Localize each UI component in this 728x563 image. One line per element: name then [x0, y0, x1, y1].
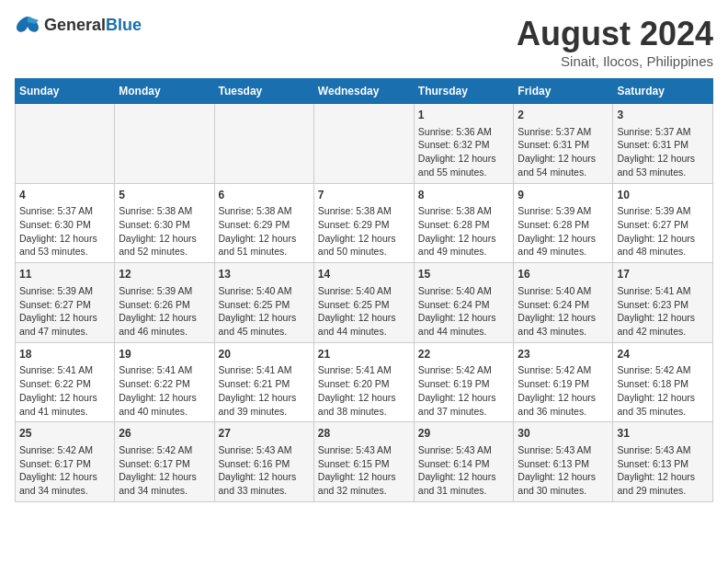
- day-number: 30: [518, 426, 609, 442]
- logo-general: General: [44, 16, 106, 34]
- sunrise-text: Sunrise: 5:43 AM: [617, 443, 709, 457]
- day-number: 23: [518, 347, 609, 362]
- sunset-text: Sunset: 6:13 PM: [617, 457, 709, 471]
- day-cell: 4Sunrise: 5:37 AMSunset: 6:30 PMDaylight…: [16, 183, 115, 263]
- day-number: 17: [617, 267, 709, 282]
- day-cell: 21Sunrise: 5:41 AMSunset: 6:20 PMDayligh…: [313, 342, 414, 422]
- daylight-text: Daylight: 12 hours and 51 minutes.: [219, 232, 310, 259]
- day-number: 12: [119, 267, 210, 282]
- daylight-text: Daylight: 12 hours and 41 minutes.: [19, 391, 110, 418]
- daylight-text: Daylight: 12 hours and 42 minutes.: [617, 311, 709, 338]
- sunrise-text: Sunrise: 5:41 AM: [119, 363, 210, 377]
- day-cell: 26Sunrise: 5:42 AMSunset: 6:17 PMDayligh…: [115, 422, 214, 502]
- sub-title: Sinait, Ilocos, Philippines: [517, 53, 713, 69]
- sunset-text: Sunset: 6:28 PM: [418, 218, 510, 232]
- day-cell: 10Sunrise: 5:39 AMSunset: 6:27 PMDayligh…: [613, 183, 713, 263]
- day-cell: 24Sunrise: 5:42 AMSunset: 6:18 PMDayligh…: [613, 342, 713, 422]
- day-cell: 11Sunrise: 5:39 AMSunset: 6:27 PMDayligh…: [16, 263, 115, 343]
- day-number: 29: [418, 426, 510, 442]
- sunset-text: Sunset: 6:15 PM: [318, 457, 410, 471]
- sunset-text: Sunset: 6:14 PM: [418, 457, 510, 471]
- sunset-text: Sunset: 6:25 PM: [318, 298, 410, 312]
- daylight-text: Daylight: 12 hours and 43 minutes.: [518, 311, 609, 338]
- day-number: 24: [617, 347, 709, 362]
- day-cell: 5Sunrise: 5:38 AMSunset: 6:30 PMDaylight…: [115, 183, 214, 263]
- day-cell: 19Sunrise: 5:41 AMSunset: 6:22 PMDayligh…: [115, 342, 214, 422]
- day-number: 18: [19, 347, 110, 362]
- day-cell: 27Sunrise: 5:43 AMSunset: 6:16 PMDayligh…: [214, 422, 313, 502]
- day-number: 1: [418, 108, 510, 123]
- daylight-text: Daylight: 12 hours and 48 minutes.: [617, 232, 709, 259]
- day-number: 10: [617, 188, 709, 203]
- day-cell: 31Sunrise: 5:43 AMSunset: 6:13 PMDayligh…: [613, 422, 713, 502]
- day-number: 7: [318, 188, 410, 203]
- day-cell: 7Sunrise: 5:38 AMSunset: 6:29 PMDaylight…: [313, 183, 414, 263]
- day-cell: 29Sunrise: 5:43 AMSunset: 6:14 PMDayligh…: [414, 422, 514, 502]
- daylight-text: Daylight: 12 hours and 53 minutes.: [19, 232, 110, 259]
- sunrise-text: Sunrise: 5:42 AM: [19, 443, 110, 457]
- daylight-text: Daylight: 12 hours and 38 minutes.: [318, 391, 410, 418]
- sunrise-text: Sunrise: 5:42 AM: [518, 363, 609, 377]
- sunrise-text: Sunrise: 5:40 AM: [318, 284, 410, 298]
- daylight-text: Daylight: 12 hours and 44 minutes.: [318, 311, 410, 338]
- day-number: 13: [219, 267, 310, 282]
- sunset-text: Sunset: 6:26 PM: [119, 298, 210, 312]
- sunrise-text: Sunrise: 5:42 AM: [119, 443, 210, 457]
- day-cell: 6Sunrise: 5:38 AMSunset: 6:29 PMDaylight…: [214, 183, 313, 263]
- daylight-text: Daylight: 12 hours and 36 minutes.: [518, 391, 609, 418]
- sunrise-text: Sunrise: 5:36 AM: [418, 125, 510, 139]
- day-number: 21: [318, 347, 410, 362]
- daylight-text: Daylight: 12 hours and 34 minutes.: [119, 470, 210, 497]
- day-header-saturday: Saturday: [613, 79, 713, 104]
- sunset-text: Sunset: 6:19 PM: [518, 377, 609, 391]
- sunrise-text: Sunrise: 5:37 AM: [19, 204, 110, 218]
- day-cell: 2Sunrise: 5:37 AMSunset: 6:31 PMDaylight…: [514, 104, 613, 184]
- daylight-text: Daylight: 12 hours and 40 minutes.: [119, 391, 210, 418]
- day-number: 25: [19, 426, 110, 442]
- day-number: 2: [518, 108, 609, 123]
- day-number: 14: [318, 267, 410, 282]
- sunset-text: Sunset: 6:32 PM: [418, 138, 510, 152]
- sunset-text: Sunset: 6:24 PM: [418, 298, 510, 312]
- daylight-text: Daylight: 12 hours and 49 minutes.: [518, 232, 609, 259]
- daylight-text: Daylight: 12 hours and 53 minutes.: [617, 152, 709, 178]
- day-number: 3: [617, 108, 709, 123]
- header-row: SundayMondayTuesdayWednesdayThursdayFrid…: [16, 79, 713, 104]
- daylight-text: Daylight: 12 hours and 54 minutes.: [518, 152, 609, 178]
- sunrise-text: Sunrise: 5:42 AM: [418, 363, 510, 377]
- main-title: August 2024: [517, 15, 713, 53]
- day-number: 9: [518, 188, 609, 203]
- sunrise-text: Sunrise: 5:38 AM: [318, 204, 410, 218]
- day-cell: 30Sunrise: 5:43 AMSunset: 6:13 PMDayligh…: [514, 422, 613, 502]
- daylight-text: Daylight: 12 hours and 49 minutes.: [418, 232, 510, 259]
- sunset-text: Sunset: 6:31 PM: [617, 138, 709, 152]
- week-row-1: 1Sunrise: 5:36 AMSunset: 6:32 PMDaylight…: [16, 104, 713, 184]
- day-cell: 25Sunrise: 5:42 AMSunset: 6:17 PMDayligh…: [16, 422, 115, 502]
- day-cell: 23Sunrise: 5:42 AMSunset: 6:19 PMDayligh…: [514, 342, 613, 422]
- day-cell: [115, 104, 214, 184]
- daylight-text: Daylight: 12 hours and 45 minutes.: [219, 311, 310, 338]
- sunrise-text: Sunrise: 5:39 AM: [617, 204, 709, 218]
- day-number: 28: [318, 426, 410, 442]
- sunrise-text: Sunrise: 5:39 AM: [119, 284, 210, 298]
- day-cell: 12Sunrise: 5:39 AMSunset: 6:26 PMDayligh…: [115, 263, 214, 343]
- sunrise-text: Sunrise: 5:43 AM: [418, 443, 510, 457]
- daylight-text: Daylight: 12 hours and 52 minutes.: [119, 232, 210, 259]
- logo-blue: Blue: [106, 16, 142, 34]
- daylight-text: Daylight: 12 hours and 39 minutes.: [219, 391, 310, 418]
- day-header-wednesday: Wednesday: [313, 79, 414, 104]
- sunset-text: Sunset: 6:17 PM: [119, 457, 210, 471]
- sunset-text: Sunset: 6:31 PM: [518, 138, 609, 152]
- day-header-thursday: Thursday: [414, 79, 514, 104]
- day-number: 8: [418, 188, 510, 203]
- day-cell: 3Sunrise: 5:37 AMSunset: 6:31 PMDaylight…: [613, 104, 713, 184]
- day-cell: [16, 104, 115, 184]
- sunset-text: Sunset: 6:19 PM: [418, 377, 510, 391]
- sunset-text: Sunset: 6:13 PM: [518, 457, 609, 471]
- sunrise-text: Sunrise: 5:41 AM: [19, 363, 110, 377]
- sunset-text: Sunset: 6:22 PM: [19, 377, 110, 391]
- day-number: 26: [119, 426, 210, 442]
- daylight-text: Daylight: 12 hours and 37 minutes.: [418, 391, 510, 418]
- sunset-text: Sunset: 6:28 PM: [518, 218, 609, 232]
- sunrise-text: Sunrise: 5:41 AM: [219, 363, 310, 377]
